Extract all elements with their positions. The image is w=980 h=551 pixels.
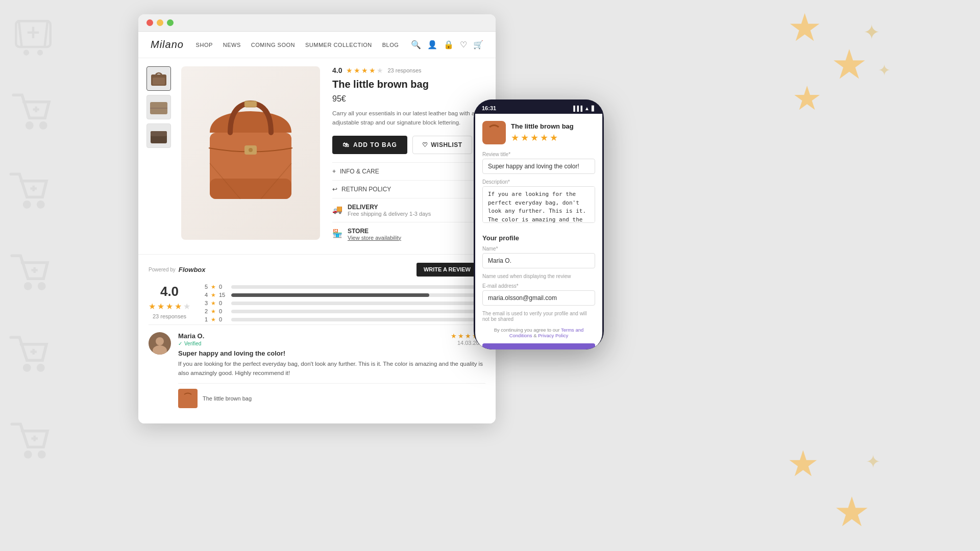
product-title: The little brown bag [332, 79, 487, 90]
nav-coming-soon[interactable]: COMING SOON [251, 42, 295, 48]
ph-star-4: ★ [540, 132, 548, 143]
bar-star-3: ★ [211, 300, 216, 307]
reviewer-avatar [149, 332, 171, 355]
info-care-accordion[interactable]: + INFO & CARE [332, 162, 487, 180]
thumbnail-3[interactable] [146, 123, 171, 148]
rating-value: 4.0 [332, 66, 342, 74]
phone-review-title-label: Review title* [482, 152, 595, 157]
phone-name-input[interactable] [482, 253, 595, 268]
bg-star-1: ★ [788, 5, 822, 50]
thumbnail-1[interactable] [146, 66, 171, 91]
review-product-thumb [178, 389, 198, 408]
return-policy-accordion[interactable]: ↩ RETURN POLICY [332, 180, 487, 198]
avg-responses: 23 responses [149, 313, 190, 319]
svg-rect-0 [16, 21, 51, 47]
avg-star-5-half: ★ [183, 302, 190, 311]
rev-star-2: ★ [458, 332, 464, 340]
nav-summer-collection[interactable]: SUMMER COLLECTION [305, 42, 372, 48]
phone-submit-button[interactable]: AGREE & SUBMIT [482, 343, 595, 349]
svg-point-4 [39, 121, 47, 130]
nav-shop[interactable]: SHOP [196, 42, 213, 48]
phone-name-label: Name* [482, 246, 595, 252]
return-icon: ↩ [332, 186, 337, 193]
store-link[interactable]: View store availability [348, 235, 401, 241]
reviews-header: Powered by Flowbox WRITE A REVIEW ✏ [149, 263, 485, 277]
phone-description-textarea[interactable]: If you are looking for the perfect every… [482, 186, 595, 223]
delivery-truck-icon: 🚚 [332, 205, 342, 214]
account-icon[interactable]: 🔒 [444, 40, 454, 49]
product-area: 4.0 ★ ★ ★ ★ ★ 23 responses The little br… [138, 58, 496, 254]
phone-submit-label: AGREE & SUBMIT [508, 348, 569, 349]
nav-news[interactable]: NEWS [223, 42, 241, 48]
phone-product-thumb [482, 121, 506, 144]
browser-titlebar [138, 14, 496, 32]
wishlist-icon[interactable]: ♡ [460, 40, 467, 49]
product-price: 95€ [332, 94, 487, 104]
browser-window: Milano SHOP NEWS COMING SOON SUMMER COLL… [138, 14, 496, 423]
thumbnail-2[interactable] [146, 95, 171, 119]
avg-star-4: ★ [175, 302, 182, 311]
ph-star-3: ★ [530, 132, 538, 143]
review-card: Maria O. ✓ Verified ★ ★ ★ ★ ★ [149, 324, 485, 415]
store-nav: Milano SHOP NEWS COMING SOON SUMMER COLL… [138, 32, 496, 58]
rating-bars: 5 ★ 0 4 ★ 15 3 ★ 0 2 [203, 284, 485, 324]
thumbnail-column [146, 66, 171, 246]
svg-rect-18 [151, 131, 167, 136]
bg-cart-icon-5 [5, 332, 51, 380]
delivery-row: 🚚 DELIVERY Free shipping & delivery 1-3 … [332, 198, 487, 222]
add-to-bag-button[interactable]: 🛍 ADD TO BAG [332, 136, 407, 154]
svg-point-23 [249, 148, 253, 152]
phone-overlay: 16:31 ▐▐▐ ▲ ▋ The little brown bag ★ ★ ★… [474, 99, 604, 349]
bg-cart-icon-1 [10, 15, 56, 63]
svg-point-8 [38, 282, 46, 290]
svg-point-5 [23, 201, 31, 209]
review-body: Maria O. ✓ Verified ★ ★ ★ ★ ★ [178, 332, 485, 408]
action-row: 🛍 ADD TO BAG ♡ WISHLIST [332, 136, 487, 154]
wifi-icon: ▲ [584, 106, 590, 111]
delivery-title: DELIVERY [348, 204, 431, 211]
phone-time: 16:31 [482, 105, 496, 111]
privacy-link[interactable]: Privacy Policy [538, 333, 568, 338]
delivery-sub: Free shipping & delivery 1-3 days [348, 211, 431, 217]
powered-by: Powered by Flowbox [149, 266, 206, 273]
search-icon[interactable]: 🔍 [411, 40, 421, 49]
maximize-dot[interactable] [167, 19, 174, 26]
wishlist-button[interactable]: ♡ WISHLIST [412, 136, 472, 154]
phone-email-label: E-mail address* [482, 283, 595, 289]
phone-agree-text: By continuing you agree to our Terms and… [482, 327, 595, 338]
bar-row-1: 1 ★ 0 [203, 316, 485, 323]
bar-row-5: 5 ★ 0 [203, 284, 485, 290]
nav-links: SHOP NEWS COMING SOON SUMMER COLLECTION … [196, 42, 399, 48]
svg-point-7 [24, 282, 32, 290]
battery-icon: ▋ [592, 106, 596, 111]
avg-star-3: ★ [166, 302, 173, 311]
flowbox-logo: Flowbox [179, 266, 206, 273]
phone-review-title-input[interactable] [482, 159, 595, 174]
review-text: If you are looking for the perfect every… [178, 359, 485, 378]
store-row: 🏪 STORE View store availability [332, 222, 487, 246]
product-main-image [181, 66, 320, 240]
sparkle-2: ✦ [878, 61, 891, 79]
write-review-label: WRITE A REVIEW [424, 266, 471, 272]
product-stars: ★ ★ ★ ★ ★ [346, 66, 383, 74]
bg-star-4: ★ [787, 443, 819, 485]
close-dot[interactable] [146, 19, 153, 26]
info-care-label: INFO & CARE [340, 168, 379, 175]
bar-row-3: 3 ★ 0 [203, 300, 485, 307]
svg-rect-27 [485, 127, 503, 141]
rev-star-3: ★ [465, 332, 471, 340]
nav-blog[interactable]: BLOG [382, 42, 399, 48]
minimize-dot[interactable] [157, 19, 163, 26]
avg-stars: ★ ★ ★ ★ ★ [149, 302, 190, 311]
svg-point-3 [26, 121, 34, 130]
phone-screen[interactable]: The little brown bag ★ ★ ★ ★ ★ Review ti… [475, 114, 602, 349]
svg-rect-26 [181, 394, 194, 405]
cart-icon[interactable]: 🛒 [473, 40, 483, 49]
user-icon[interactable]: 👤 [427, 40, 437, 49]
phone-rating-stars: ★ ★ ★ ★ ★ [511, 132, 574, 143]
store-location-icon: 🏪 [332, 229, 342, 238]
svg-point-12 [38, 450, 46, 459]
reviews-section: Powered by Flowbox WRITE A REVIEW ✏ 4.0 … [138, 254, 496, 423]
rating-responses: 23 responses [387, 67, 421, 73]
phone-email-input[interactable] [482, 290, 595, 306]
